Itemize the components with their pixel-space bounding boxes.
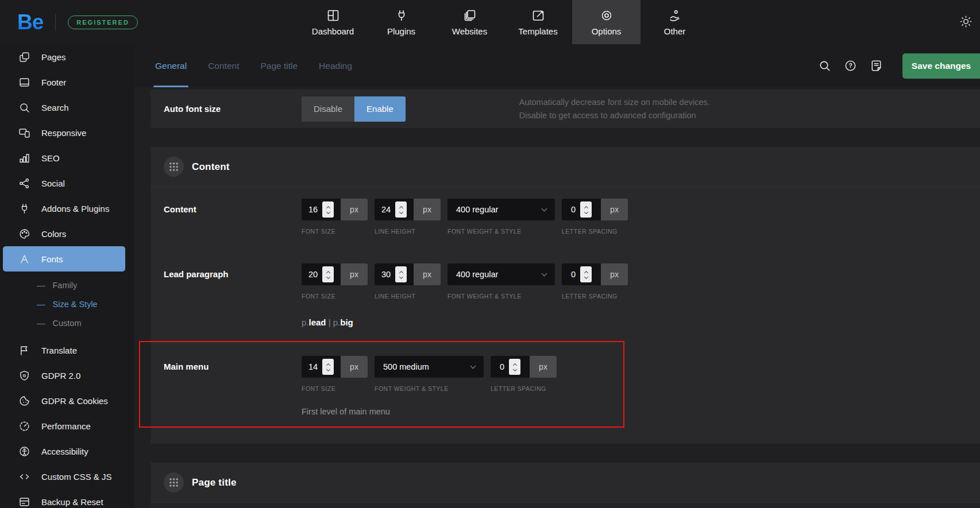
sidebar-item-addons-plugins[interactable]: Addons & Plugins: [0, 196, 134, 221]
nav-item-other[interactable]: Other: [641, 0, 709, 44]
enable-option[interactable]: Enable: [354, 96, 406, 122]
sidebar-item-colors[interactable]: Colors: [0, 221, 134, 246]
search-icon[interactable]: [818, 59, 831, 72]
page-title-section: Page title: [151, 463, 980, 508]
sidebar-item-gdpr2[interactable]: G GDPR 2.0: [0, 363, 134, 388]
letter-spacing-input[interactable]: 0: [491, 356, 530, 378]
sidebar-subitem-label: Family: [53, 281, 78, 290]
sidebar-subitem-family[interactable]: — Family: [0, 276, 134, 294]
notes-icon[interactable]: [870, 59, 883, 72]
line-height-field: 30 px LINE HEIGHT: [375, 263, 441, 300]
sidebar-item-custom-css-js[interactable]: Custom CSS & JS: [0, 464, 134, 489]
sidebar-item-gdpr-cookies[interactable]: GDPR & Cookies: [0, 388, 134, 413]
sun-icon[interactable]: [959, 14, 973, 29]
field-caption: LETTER SPACING: [562, 293, 628, 300]
responsive-icon: [18, 127, 30, 139]
font-size-field: 16 px FONT SIZE: [302, 199, 368, 235]
stepper-control[interactable]: [322, 266, 334, 282]
select-value: 400 regular: [456, 270, 498, 279]
dash-glyph: —: [37, 300, 45, 309]
nav-label: Plugins: [387, 26, 415, 36]
nav-item-options[interactable]: Options: [572, 0, 641, 44]
dash-glyph: —: [37, 319, 45, 328]
field-caption: FONT SIZE: [302, 293, 368, 300]
font-size-input[interactable]: 20: [302, 263, 341, 285]
nav-item-websites[interactable]: Websites: [435, 0, 504, 44]
drag-handle[interactable]: [164, 472, 184, 493]
chevron-down-icon: [470, 363, 476, 369]
setting-label: Lead paragraph: [164, 263, 302, 327]
section-header: Page title: [151, 463, 980, 503]
sidebar-item-social[interactable]: Social: [0, 170, 134, 196]
sidebar-item-seo[interactable]: SEO: [0, 145, 134, 170]
help-icon[interactable]: ?: [844, 59, 857, 72]
font-weight-select[interactable]: 400 regular: [447, 199, 555, 220]
font-weight-select[interactable]: 400 regular: [447, 263, 555, 285]
registered-badge: REGISTERED: [68, 15, 138, 29]
sidebar-item-backup-reset[interactable]: Backup & Reset: [0, 489, 134, 508]
section-title: Content: [192, 161, 230, 173]
stepper-control[interactable]: [580, 201, 592, 218]
stepper-control[interactable]: [580, 266, 592, 282]
sidebar-item-performance[interactable]: Performance: [0, 413, 134, 439]
field-caption: LINE HEIGHT: [375, 293, 441, 300]
line-height-input[interactable]: 30: [375, 263, 414, 285]
section-header: Content: [151, 147, 980, 187]
tab-page-title[interactable]: Page title: [260, 44, 298, 87]
nav-item-plugins[interactable]: Plugins: [367, 0, 435, 44]
pages-icon: [18, 51, 30, 63]
selector-name: lead: [309, 317, 326, 327]
unit-label: px: [530, 356, 557, 378]
sidebar: Pages Footer Search Responsive SEO Socia…: [0, 44, 134, 508]
content-row: Content 16 px FONT SIZE: [151, 187, 980, 255]
font-weight-field: 400 regular FONT WEIGHT & STYLE: [447, 199, 555, 235]
stepper-control[interactable]: [509, 359, 520, 375]
input-value: 14: [308, 362, 318, 371]
sidebar-item-fonts[interactable]: Fonts: [3, 246, 125, 272]
nav-item-dashboard[interactable]: Dashboard: [299, 0, 367, 44]
selector-name: big: [340, 317, 353, 327]
unit-label: px: [341, 263, 368, 285]
sidebar-item-search[interactable]: Search: [0, 95, 134, 120]
selector-separator: |: [326, 317, 333, 327]
letter-spacing-input[interactable]: 0: [562, 263, 601, 285]
font-weight-select[interactable]: 500 medium: [375, 356, 484, 378]
select-value: 500 medium: [383, 362, 429, 371]
nav-label: Dashboard: [312, 26, 354, 36]
stepper-control[interactable]: [322, 359, 334, 375]
betheme-logo[interactable]: Be: [17, 10, 43, 34]
tab-heading[interactable]: Heading: [319, 44, 352, 87]
accessibility-icon: [18, 445, 30, 457]
stepper-control[interactable]: [395, 201, 407, 218]
save-changes-button[interactable]: Save changes: [902, 53, 980, 79]
drag-handle[interactable]: [164, 157, 184, 177]
sidebar-item-label: Footer: [41, 77, 66, 87]
sidebar-item-accessibility[interactable]: Accessibility: [0, 439, 134, 464]
letter-spacing-input[interactable]: 0: [562, 199, 601, 220]
nav-item-templates[interactable]: Templates: [504, 0, 572, 44]
description-line: Disable to get access to advanced config…: [519, 109, 710, 122]
font-weight-field: 500 medium FONT WEIGHT & STYLE: [375, 356, 484, 392]
auto-font-size-row: Auto font size Disable Enable Automatica…: [151, 90, 980, 128]
sidebar-item-translate[interactable]: Translate: [0, 338, 134, 363]
tab-general[interactable]: General: [155, 44, 187, 87]
sidebar-subitem-custom[interactable]: — Custom: [0, 313, 134, 332]
font-size-input[interactable]: 16: [302, 199, 341, 220]
line-height-input[interactable]: 24: [375, 199, 414, 220]
sidebar-subitem-size-style[interactable]: — Size & Style: [0, 294, 134, 313]
palette-icon: [18, 228, 30, 240]
sidebar-item-responsive[interactable]: Responsive: [0, 120, 134, 145]
disable-option[interactable]: Disable: [302, 96, 354, 122]
font-size-input[interactable]: 14: [302, 356, 341, 378]
input-value: 0: [571, 270, 576, 279]
stepper-control[interactable]: [395, 266, 407, 282]
drag-dots-icon: [169, 162, 179, 172]
sidebar-item-pages[interactable]: Pages: [0, 44, 134, 69]
sidebar-item-label: Custom CSS & JS: [41, 472, 112, 482]
sidebar-item-label: Translate: [41, 346, 77, 355]
select-value: 400 regular: [456, 205, 498, 214]
tab-content[interactable]: Content: [208, 44, 239, 87]
nav-label: Options: [592, 26, 622, 36]
stepper-control[interactable]: [322, 201, 334, 218]
sidebar-item-footer[interactable]: Footer: [0, 69, 134, 95]
